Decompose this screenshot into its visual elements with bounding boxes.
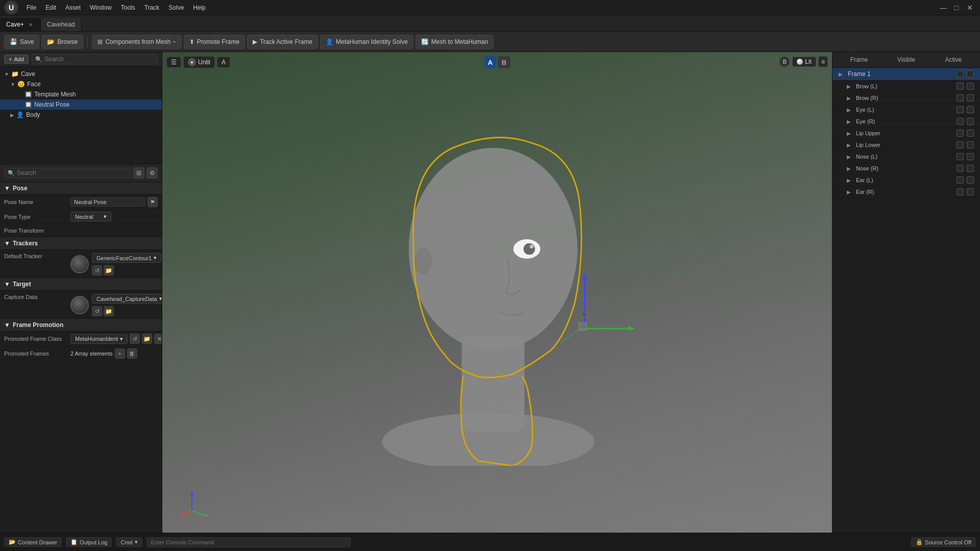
lip-lower-active-check[interactable]: [967, 141, 974, 148]
grid-view-button[interactable]: ⊞: [133, 167, 144, 179]
eye-l-visible-check[interactable]: [957, 106, 964, 113]
pose-section-header[interactable]: ▼ Pose: [0, 182, 162, 195]
brow-r-visible-check[interactable]: [957, 94, 964, 102]
ear-r-item[interactable]: ▶ Ear (R): [832, 186, 980, 198]
viewport-container[interactable]: ☰ ● Unlit A A B B Lit: [162, 52, 832, 533]
minimize-button[interactable]: —: [937, 2, 949, 14]
viewport-b-circle[interactable]: B: [779, 56, 790, 67]
viewport-menu-button[interactable]: ☰: [166, 57, 181, 68]
metahuman-identity-solve-button[interactable]: 👤 MetaHuman Identity Solve: [320, 35, 413, 49]
hierarchy-search-input[interactable]: [44, 56, 154, 63]
menu-solve[interactable]: Solve: [164, 3, 188, 12]
content-drawer-button[interactable]: 📂 Content Drawer: [4, 537, 62, 547]
track-active-frame-button[interactable]: ▶ Track Active Frame: [247, 35, 318, 49]
menu-asset[interactable]: Asset: [61, 3, 85, 12]
brow-l-active-check[interactable]: [967, 83, 974, 90]
nose-r-active-check[interactable]: [967, 165, 974, 172]
hierarchy-item-cave[interactable]: ▼ 📁 Cave: [0, 69, 162, 79]
trackers-section-header[interactable]: ▼ Trackers: [0, 237, 162, 250]
menu-edit[interactable]: Edit: [41, 3, 60, 12]
ear-l-active-check[interactable]: [967, 177, 974, 184]
nose-l-visible-check[interactable]: [957, 153, 964, 160]
nose-r-item[interactable]: ▶ Nose (R): [832, 163, 980, 174]
output-log-button[interactable]: 📋 Output Log: [66, 537, 112, 547]
eye-r-item[interactable]: ▶ Eye (R): [832, 116, 980, 128]
default-tracker-dropdown[interactable]: GenericFaceContour1 ▾: [92, 253, 161, 263]
tracker-refresh-btn[interactable]: ↺: [92, 265, 102, 276]
add-button[interactable]: + Add: [4, 55, 29, 64]
hierarchy-item-neutral-pose[interactable]: ▶ 🔲 Neutral Pose: [0, 99, 162, 110]
hierarchy-item-template-mesh[interactable]: ▶ 🔲 Template Mesh: [0, 89, 162, 99]
viewport-b-button[interactable]: B: [498, 56, 510, 68]
lip-upper-visible-check[interactable]: [957, 130, 964, 137]
ear-l-item[interactable]: ▶ Ear (L): [832, 174, 980, 186]
viewport-a-button[interactable]: A: [484, 56, 497, 68]
pfc-refresh-btn[interactable]: ↺: [130, 334, 140, 344]
pose-name-input[interactable]: [70, 197, 145, 207]
viewport-options-button[interactable]: ≡: [818, 56, 828, 67]
lip-lower-item[interactable]: ▶ Lip Lower: [832, 139, 980, 151]
brow-r-active-check[interactable]: [967, 94, 974, 102]
eye-l-active-check[interactable]: [967, 106, 974, 113]
capture-refresh-btn[interactable]: ↺: [92, 306, 102, 316]
browse-button[interactable]: 📂 Browse: [41, 35, 83, 49]
nose-l-item[interactable]: ▶ Nose (L): [832, 151, 980, 163]
frame-1-item[interactable]: ▶ Frame 1: [832, 68, 980, 81]
lip-lower-visible-check[interactable]: [957, 141, 964, 148]
brow-r-item[interactable]: ▶ Brow (R): [832, 92, 980, 104]
capture-data-dropdown[interactable]: Cavehead_CaptureData ▾: [92, 294, 162, 304]
brow-l-visible-check[interactable]: [957, 83, 964, 90]
frame-promotion-section-header[interactable]: ▼ Frame Promotion: [0, 319, 162, 332]
capture-folder-btn[interactable]: 📁: [104, 306, 114, 316]
pose-type-dropdown[interactable]: Neutral ▾: [70, 212, 111, 221]
mesh-to-metahuman-button[interactable]: 🔄 Mesh to MetaHuman: [415, 35, 494, 49]
tab-cave-close[interactable]: ✕: [27, 21, 34, 28]
pfc-folder-btn[interactable]: 📁: [142, 334, 152, 344]
menu-file[interactable]: File: [22, 3, 40, 12]
frame-1-visible-check[interactable]: [957, 70, 964, 78]
promoted-frame-class-dropdown[interactable]: MetaHumanIdent ▾: [70, 334, 128, 344]
menu-help[interactable]: Help: [189, 3, 210, 12]
nose-l-active-check[interactable]: [967, 153, 974, 160]
ear-l-visible-check[interactable]: [957, 177, 964, 184]
rp-active-label[interactable]: Active: [931, 55, 976, 64]
nose-r-visible-check[interactable]: [957, 165, 964, 172]
prop-search-input[interactable]: [17, 169, 128, 177]
close-button[interactable]: ✕: [964, 2, 976, 14]
menu-track[interactable]: Track: [140, 3, 164, 12]
pf-add-btn[interactable]: +: [115, 348, 125, 359]
ear-r-visible-check[interactable]: [957, 188, 964, 195]
eye-l-item[interactable]: ▶ Eye (L): [832, 104, 980, 116]
pf-trash-btn[interactable]: 🗑: [127, 348, 137, 359]
viewport-unlit-button[interactable]: ● Unlit: [183, 56, 215, 68]
eye-r-visible-check[interactable]: [957, 118, 964, 125]
pfc-clear-btn[interactable]: ✕: [154, 334, 162, 344]
hierarchy-item-body[interactable]: ▶ 👤 Body: [0, 110, 162, 120]
lip-upper-item[interactable]: ▶ Lip Upper: [832, 128, 980, 139]
hierarchy-item-face[interactable]: ▼ 😐 Face: [0, 79, 162, 89]
ear-r-active-check[interactable]: [967, 188, 974, 195]
components-from-mesh-button[interactable]: ⊞ Components from Mesh ~: [92, 35, 181, 49]
brow-l-item[interactable]: ▶ Brow (L): [832, 81, 980, 92]
lip-upper-active-check[interactable]: [967, 130, 974, 137]
tab-cave[interactable]: Cave+ ✕: [0, 18, 41, 31]
pose-name-icon-btn[interactable]: ⚑: [148, 197, 158, 207]
viewport-lit-button[interactable]: Lit: [792, 57, 816, 67]
console-command-input[interactable]: [146, 537, 351, 547]
viewport-mode-a-button[interactable]: A: [217, 57, 230, 68]
tracker-folder-btn[interactable]: 📁: [104, 265, 114, 276]
menu-window[interactable]: Window: [86, 3, 116, 12]
rp-visible-label[interactable]: Visible: [884, 55, 928, 64]
maximize-button[interactable]: □: [950, 2, 963, 14]
cmd-button[interactable]: Cmd ▾: [116, 537, 142, 547]
promote-frame-button[interactable]: ⬆ Promote Frame: [184, 35, 245, 49]
save-button[interactable]: 💾 Save: [4, 35, 39, 49]
tab-cavehead[interactable]: Cavehead: [41, 18, 82, 31]
source-control-button[interactable]: 🔒 Source Control Off: [911, 537, 976, 547]
frame-1-active-check[interactable]: [967, 70, 974, 78]
menu-tools[interactable]: Tools: [117, 3, 139, 12]
rp-frame-label[interactable]: Frame: [837, 55, 881, 64]
settings-button[interactable]: ⚙: [146, 167, 158, 179]
target-section-header[interactable]: ▼ Target: [0, 278, 162, 291]
eye-r-active-check[interactable]: [967, 118, 974, 125]
